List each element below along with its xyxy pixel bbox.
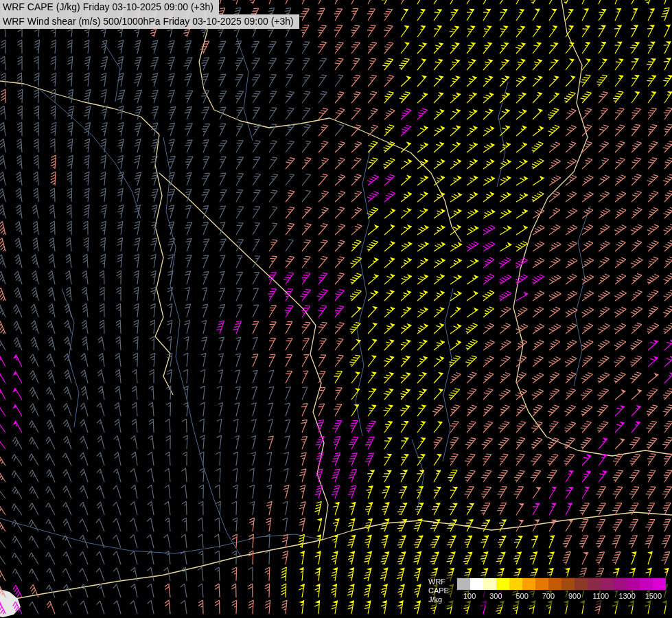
legend-swatch <box>496 578 509 590</box>
legend-swatch <box>627 578 640 590</box>
legend-tick: 1300 <box>618 592 635 600</box>
legend-swatch <box>575 578 588 590</box>
legend-colorbar <box>456 577 667 591</box>
legend-swatch <box>548 578 561 590</box>
shear-title: WRF Wind shear (m/s) 500/1000hPa Friday … <box>0 14 299 29</box>
legend-swatch <box>522 578 535 590</box>
legend-tick: 900 <box>568 592 581 600</box>
legend-swatch <box>653 578 666 590</box>
legend-tick: 500 <box>515 592 528 600</box>
legend-swatch <box>457 578 470 590</box>
legend-label-model: WRF <box>428 577 452 586</box>
legend-label-param: CAPE <box>428 586 452 595</box>
legend-swatch <box>509 578 522 590</box>
title-overlay: WRF CAPE (J/kg) Friday 03-10-2025 09:00 … <box>0 0 299 29</box>
legend-swatch <box>588 578 601 590</box>
legend-tick: 100 <box>463 592 476 600</box>
legend-label: WRF CAPE J/kg <box>428 577 452 604</box>
legend-tick: 700 <box>542 592 555 600</box>
cape-legend: WRF CAPE J/kg 10030050070090011001300150… <box>426 575 668 606</box>
legend-colorbar-wrap: 100300500700900110013001500 <box>456 577 667 601</box>
cape-title: WRF CAPE (J/kg) Friday 03-10-2025 09:00 … <box>0 0 219 14</box>
legend-swatch <box>483 578 496 590</box>
legend-tick: 300 <box>489 592 502 600</box>
legend-tick-row: 100300500700900110013001500 <box>456 591 667 601</box>
legend-swatch <box>561 578 575 590</box>
wrf-map-screen: WRF CAPE (J/kg) Friday 03-10-2025 09:00 … <box>0 0 672 618</box>
legend-swatch <box>470 578 483 590</box>
legend-swatch <box>614 578 627 590</box>
legend-swatch <box>640 578 653 590</box>
legend-swatch <box>601 578 614 590</box>
legend-tick: 1500 <box>645 592 662 600</box>
weather-map-canvas <box>0 0 672 618</box>
legend-swatch <box>535 578 548 590</box>
legend-label-unit: J/kg <box>428 595 452 604</box>
legend-tick: 1100 <box>593 592 610 600</box>
